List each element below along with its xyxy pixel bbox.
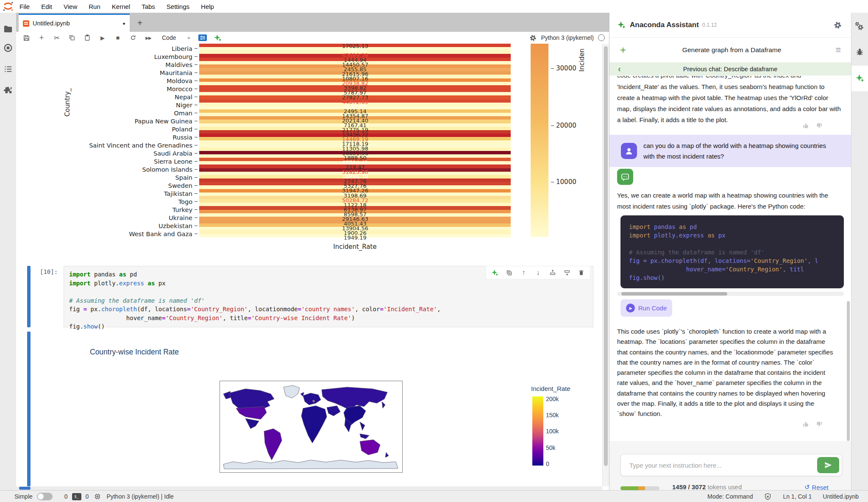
terminal-icon: $_ — [72, 493, 81, 500]
new-launcher-button[interactable]: + — [134, 17, 146, 29]
heatmap-category-label: Liberia — [72, 45, 198, 53]
paste-cells-button[interactable] — [83, 33, 92, 42]
heatmap-category-label: Solomon Islands — [72, 165, 198, 173]
colorbar-tick: 30000 — [551, 64, 576, 72]
duplicate-cell-button[interactable] — [506, 269, 513, 276]
hamburger-menu-icon[interactable]: ≡ — [835, 45, 841, 56]
map-colorbar — [532, 396, 543, 466]
instruction-input[interactable] — [629, 461, 817, 469]
simple-mode-toggle[interactable] — [37, 493, 53, 500]
chat-vertical-scrollbar[interactable] — [847, 76, 850, 441]
file-browser-icon[interactable] — [3, 25, 13, 34]
mode-indicator[interactable]: Mode: Command — [707, 493, 753, 500]
output-collapser[interactable] — [27, 332, 31, 486]
menu-item[interactable]: Settings — [167, 3, 189, 10]
delete-cell-button[interactable] — [578, 269, 585, 276]
left-activity-sidebar — [0, 13, 17, 490]
copy-cells-button[interactable] — [68, 33, 76, 42]
insert-cell-below-button[interactable] — [563, 269, 570, 276]
thumbs-up-icon[interactable] — [802, 122, 810, 129]
scrollbar-thumb[interactable] — [19, 487, 31, 490]
menu-item[interactable]: Kernel — [112, 3, 130, 10]
cell-collapser[interactable] — [27, 266, 31, 327]
kernel-status[interactable]: Python 3 (ipykernel) | Idle — [106, 493, 174, 500]
property-inspector-gears-icon[interactable] — [855, 22, 865, 31]
user-avatar — [621, 143, 637, 159]
menu-item[interactable]: Run — [89, 3, 100, 10]
notebook-horizontal-scrollbar[interactable] — [16, 486, 602, 490]
thumbs-up-icon[interactable] — [802, 421, 810, 428]
menu-item[interactable]: Edit — [41, 3, 52, 10]
heatmap-category-label: Moldova — [72, 77, 198, 85]
kernel-settings-gear-icon[interactable] — [529, 34, 537, 42]
notebook-scroll-area[interactable]: Country_ Liberia Luxembourg Maldives Mau… — [16, 44, 602, 486]
cut-cells-button[interactable]: ✂ — [53, 33, 61, 42]
terminals-count[interactable]: 0 — [64, 493, 68, 500]
insert-cell-button[interactable]: + — [37, 33, 46, 42]
run-code-button[interactable]: ▶ Run Code — [620, 299, 672, 317]
kernels-count[interactable]: 0 — [86, 493, 89, 500]
chat-bot-icon — [620, 172, 630, 182]
scrollbar-thumb[interactable] — [621, 292, 727, 296]
active-filename: Untitled.ipynb — [823, 493, 859, 500]
interrupt-kernel-button[interactable]: ■ — [114, 33, 122, 42]
tab-title: Untitled.ipynb — [33, 20, 70, 27]
heatmap-category-label: Maldives — [72, 61, 198, 69]
extensions-puzzle-icon[interactable] — [3, 86, 13, 95]
assistant-version: 0.1.12 — [702, 22, 717, 28]
main-menu-bar: FileEditViewRunKernelTabsSettingsHelp — [0, 0, 868, 13]
run-cell-button[interactable]: ▶ — [98, 33, 107, 42]
send-button[interactable] — [817, 457, 839, 473]
cell-type-dropdown[interactable]: Code — [162, 34, 176, 41]
notebook-tab[interactable]: Untitled.ipynb ● — [19, 14, 130, 32]
jupyterlab-window: FileEditViewRunKernelTabsSettingsHelp Un… — [0, 0, 868, 502]
thumbs-down-icon[interactable] — [815, 421, 823, 428]
assistant-code-block[interactable]: import pandas as pdimport plotly.express… — [620, 215, 844, 288]
cell-ai-sparkle-button[interactable] — [491, 269, 498, 276]
clipped-message-line: code creates a pivot table with 'Country… — [617, 76, 842, 80]
code-horizontal-scrollbar[interactable] — [617, 292, 844, 296]
map-colorbar-tick: 100k — [546, 428, 559, 435]
assistant-input-zone: 1459 / 3072 tokens used ↺Reset — [609, 441, 851, 490]
menu-item[interactable]: Help — [201, 3, 214, 10]
table-of-contents-icon[interactable] — [3, 64, 13, 74]
heatmap-category-label: Papua New Guinea — [72, 117, 198, 125]
scrollbar-thumb[interactable] — [847, 301, 850, 441]
restart-kernel-button[interactable] — [129, 33, 137, 42]
notebook-vertical-scrollbar[interactable] — [602, 44, 609, 486]
assistant-tab-sparkle-icon[interactable] — [855, 74, 864, 83]
menu-item[interactable]: View — [64, 3, 77, 10]
back-chevron-icon[interactable]: ‹ — [618, 64, 625, 74]
running-kernels-icon[interactable] — [3, 43, 13, 53]
feedback-buttons — [802, 421, 823, 428]
insert-cell-above-button[interactable] — [549, 269, 556, 276]
move-cell-up-button[interactable]: ↑ — [520, 269, 527, 276]
anaconda-assistant-panel: Anaconda Assistant 0.1.12 + Generate gra… — [609, 13, 851, 490]
heatmap-category-label: Tajikistan — [72, 190, 198, 198]
kernel-name[interactable]: Python 3 (ipykernel) — [541, 34, 594, 41]
assistant-sparkle-button[interactable] — [214, 33, 222, 42]
filters-button[interactable] — [198, 33, 207, 42]
heatmap-category-label: Saudi Arabia — [72, 149, 198, 157]
save-button[interactable] — [22, 33, 31, 42]
menu-item[interactable]: File — [19, 3, 30, 10]
world-choropleth-map[interactable] — [220, 381, 403, 473]
scrollbar-thumb[interactable] — [604, 46, 608, 466]
map-colorbar-tick: 150k — [546, 412, 559, 418]
debugger-bug-icon[interactable] — [855, 47, 864, 56]
assistant-settings-gear-icon[interactable] — [834, 21, 842, 29]
assistant-header: Anaconda Assistant 0.1.12 — [609, 13, 851, 38]
heatmap-category-label: Ukraine — [72, 214, 198, 222]
anaconda-logo-icon — [3, 1, 14, 11]
new-chat-button[interactable]: + — [618, 44, 628, 56]
heatmap-x-axis-label: Incident_Rate — [199, 243, 511, 251]
menu-item[interactable]: Tabs — [142, 3, 155, 10]
previous-chat-banner[interactable]: ‹ Previous chat: Describe dataframe — [609, 62, 851, 75]
move-cell-down-button[interactable]: ↓ — [534, 269, 542, 276]
paper-plane-icon — [824, 461, 832, 469]
restart-run-all-button[interactable]: ▶▶ — [144, 33, 153, 42]
thumbs-down-icon[interactable] — [815, 122, 823, 129]
cursor-position[interactable]: Ln 1, Col 1 — [783, 493, 812, 500]
unsaved-dot-icon[interactable]: ● — [122, 21, 125, 26]
heatmap-y-axis-label: Country_ — [64, 88, 71, 117]
